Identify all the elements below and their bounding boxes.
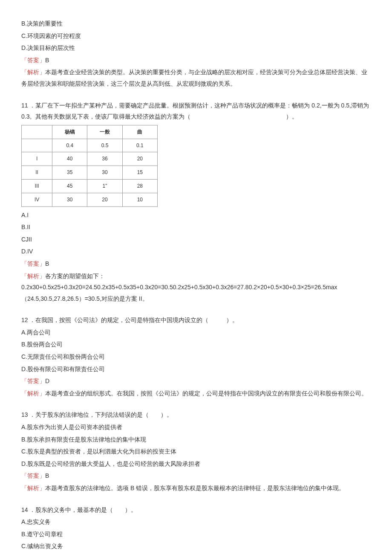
q12-stem: 12 ．在我国，按照《公司法》的规定，公司是特指在中国境内设立的（ ）。	[21, 314, 371, 326]
q11-option-a: A.I	[21, 209, 371, 221]
q12-explanation: 「解析」本题考查企业的组织形式。在我国，按照《公司法》的规定，公司是特指在中国境…	[21, 388, 371, 399]
table-cell: 36	[87, 152, 122, 166]
q14-option-a: A.忠实义务	[21, 516, 371, 528]
table-cell: 30	[87, 166, 122, 180]
table-cell: 40	[52, 152, 87, 166]
table-cell: 10	[122, 193, 157, 206]
q12-option-c: C.无限责任公司和股份两合公司	[21, 351, 371, 363]
q10-explanation: 「解析」本题考查企业经营决策的类型。从决策的重要性分类，与企业战略的层次相对应，…	[21, 67, 371, 89]
explanation-label: 「解析」	[21, 273, 45, 279]
q10-option-c: C.环境因素的可控程度	[21, 30, 371, 42]
table-row-label: IV	[22, 193, 52, 206]
q12-option-b: B.股份两合公司	[21, 339, 371, 350]
q13-explanation: 「解析」本题考查股东的法律地位。选项 B 错误，股东享有股东权是股东最根本的法律…	[21, 482, 371, 494]
table-cell: 0.4	[52, 139, 87, 152]
table-cell: 20	[122, 152, 157, 166]
table-cell: 20	[87, 193, 122, 206]
table-cell: 35	[52, 166, 87, 180]
table-row-label: II	[22, 166, 52, 180]
answer-label: 「答案」	[21, 260, 45, 267]
table-cell: 0.1	[122, 139, 157, 152]
q14-stem: 14 ．股东的义务中，最基本的是（ ）。	[21, 504, 371, 516]
answer-label: 「答案」	[21, 472, 45, 479]
q11-stem: 11 ．某厂在下一年拟生产某种产品，需要确定产品批量。根据预测估计，这种产品市场…	[21, 100, 371, 122]
q10-option-b: B.决策的重要性	[21, 18, 371, 29]
q11-answer: 「答案」B	[21, 258, 371, 270]
q13-option-a: A.股东作为出资人是公司资本的提供者	[21, 421, 371, 433]
explanation-text: 本题考查股东的法律地位。选项 B 错误，股东享有股东权是股东最根本的法律特征，是…	[45, 485, 345, 491]
q14-option-c: C.缄纳出资义务	[21, 540, 371, 552]
table-row-label: III	[22, 179, 52, 193]
q13-answer: 「答案」B	[21, 470, 371, 482]
table-cell: 1"	[87, 179, 122, 193]
q13-option-d: D.股东既是公司经营的最大受益人，也是公司经营的最大风险承担者	[21, 458, 371, 470]
explanation-label: 「解析」	[21, 69, 45, 76]
answer-label: 「答案」	[21, 57, 45, 64]
q10-answer: 「答案」B	[21, 55, 371, 66]
q11-option-b: B.II	[21, 221, 371, 233]
table-cell	[22, 139, 52, 152]
q11-option-d: D.IV	[21, 246, 371, 257]
explanation-text: 本题考查企业经营决策的类型。从决策的重要性分类，与企业战略的层次相对应，经营决策…	[21, 69, 367, 87]
q14-option-b: B.遵守公司章程	[21, 529, 371, 540]
table-cell	[22, 125, 52, 139]
q11-table: 杨镐 一般 曲 0.4 0.5 0.1 I 40 36 20 II 35 30 …	[21, 125, 158, 207]
q10-option-d: D.决策目标的层次性	[21, 42, 371, 54]
table-cell: 45	[52, 179, 87, 193]
explanation-label: 「解析」	[21, 390, 45, 397]
explanation-text: 各方案的期望值如下：0.2x30+0.5x25+0.3x20=24.50.2x3…	[21, 273, 337, 302]
q14-option-d: D.以出资额为限对公司承担责任	[21, 553, 371, 555]
q13-stem: 13 ．关于股东的法律地位，下列说法错误的是（ ）。	[21, 409, 371, 421]
answer-value: D	[45, 378, 49, 384]
q11-explanation: 「解析」各方案的期望值如下：0.2x30+0.5x25+0.3x20=24.50…	[21, 270, 371, 305]
q12-answer: 「答案」D	[21, 375, 371, 387]
table-header: 一般	[87, 125, 122, 139]
q13-option-c: C.股东是典型的投资者，是以利泗最大化为目标的投资主体	[21, 446, 371, 457]
table-header: 曲	[122, 125, 157, 139]
table-cell: 0.5	[87, 139, 122, 152]
table-header: 杨镐	[52, 125, 87, 139]
answer-value: B	[45, 57, 49, 64]
table-cell: 15	[122, 166, 157, 180]
explanation-label: 「解析」	[21, 485, 45, 491]
explanation-text: 本题考查企业的组织形式。在我国，按照《公司法》的规定，公司是特指在中国境内设立的…	[45, 390, 367, 397]
answer-label: 「答案」	[21, 378, 45, 384]
q12-option-a: A.两合公司	[21, 327, 371, 338]
table-cell: 30	[52, 193, 87, 206]
table-row-label: I	[22, 152, 52, 166]
table-cell: 28	[122, 179, 157, 193]
answer-value: B	[45, 472, 49, 479]
q13-option-b: B.股东承担有限责任是股东法律地位的集中体现	[21, 434, 371, 445]
q11-option-c: CJII	[21, 234, 371, 245]
q12-option-d: D.股份有限公司和有限责任公司	[21, 363, 371, 375]
answer-value: B	[45, 260, 49, 267]
